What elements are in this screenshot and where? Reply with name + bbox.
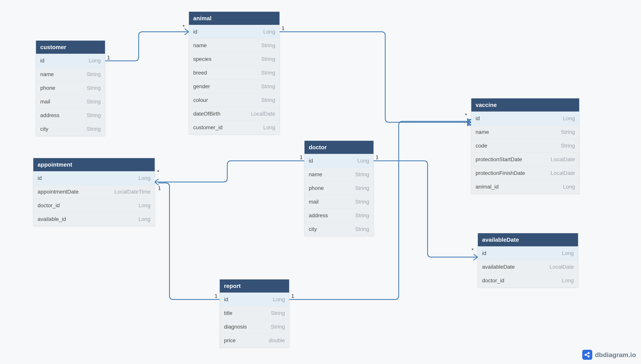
table-row[interactable]: cityString bbox=[36, 122, 105, 136]
table-row[interactable]: phoneString bbox=[36, 81, 105, 95]
card-many: * bbox=[472, 247, 474, 253]
table-header: report bbox=[220, 280, 289, 292]
table-row[interactable]: idLong bbox=[189, 25, 280, 38]
table-row[interactable]: speciesString bbox=[189, 52, 280, 66]
table-row[interactable]: nameString bbox=[304, 168, 374, 181]
table-row[interactable]: customer_idLong bbox=[189, 120, 280, 134]
card-one: 1 bbox=[376, 154, 379, 160]
share-icon bbox=[582, 350, 592, 360]
table-row[interactable]: phoneString bbox=[304, 181, 374, 195]
table-header: appointment bbox=[33, 158, 155, 171]
card-one: 1 bbox=[158, 185, 161, 191]
table-row[interactable]: colourString bbox=[189, 93, 280, 107]
card-many: * bbox=[465, 112, 467, 118]
table-row[interactable]: diagnosisString bbox=[220, 320, 289, 334]
table-row[interactable]: addressString bbox=[36, 108, 105, 122]
table-row[interactable]: mailString bbox=[36, 95, 105, 108]
table-row[interactable]: breedString bbox=[189, 66, 280, 80]
table-header: availableDate bbox=[478, 233, 578, 246]
table-row[interactable]: animal_idLong bbox=[471, 180, 579, 194]
table-row[interactable]: genderString bbox=[189, 80, 280, 93]
card-one: 1 bbox=[214, 293, 218, 299]
table-row[interactable]: mailString bbox=[304, 195, 374, 208]
card-one: 1 bbox=[282, 25, 285, 31]
table-availabledate[interactable]: availableDate idLong availableDateLocalD… bbox=[478, 233, 578, 288]
table-header: animal bbox=[189, 12, 280, 25]
table-report[interactable]: report idLong titleString diagnosisStrin… bbox=[220, 279, 289, 348]
table-row[interactable]: titleString bbox=[220, 306, 289, 320]
table-row[interactable]: idLong bbox=[478, 246, 578, 260]
card-many: * bbox=[182, 24, 185, 30]
watermark-label: dbdiagram.io bbox=[595, 351, 636, 358]
svg-line-3 bbox=[586, 354, 588, 354]
table-row[interactable]: nameString bbox=[471, 125, 579, 139]
table-row[interactable]: idLong bbox=[220, 292, 289, 306]
table-row[interactable]: availableDateLocalDate bbox=[478, 260, 578, 274]
table-header: doctor bbox=[304, 141, 374, 154]
table-row[interactable]: idLong bbox=[33, 171, 155, 185]
table-row[interactable]: available_idLong bbox=[33, 212, 155, 226]
card-one: 1 bbox=[291, 293, 294, 299]
table-row[interactable]: codeString bbox=[471, 139, 579, 152]
watermark[interactable]: dbdiagram.io bbox=[582, 350, 636, 360]
table-row[interactable]: doctor_idLong bbox=[478, 274, 578, 287]
table-appointment[interactable]: appointment idLong appointmentDateLocalD… bbox=[33, 158, 155, 226]
svg-line-4 bbox=[586, 355, 588, 356]
table-header: customer bbox=[36, 41, 105, 54]
table-row[interactable]: nameString bbox=[189, 38, 280, 52]
table-row[interactable]: appointmentDateLocalDateTime bbox=[33, 185, 155, 198]
table-row[interactable]: dateOfBirthLocalDate bbox=[189, 107, 280, 120]
table-row[interactable]: protectionFinishDateLocalDate bbox=[471, 166, 579, 180]
table-row[interactable]: idLong bbox=[471, 112, 579, 125]
card-one: 1 bbox=[300, 154, 303, 160]
table-row[interactable]: protectionStartDateLocalDate bbox=[471, 152, 579, 166]
card-one: 1 bbox=[107, 54, 110, 60]
table-row[interactable]: addressString bbox=[304, 208, 374, 222]
table-row[interactable]: doctor_idLong bbox=[33, 198, 155, 212]
table-row[interactable]: nameString bbox=[36, 68, 105, 81]
table-customer[interactable]: customer idLong nameString phoneString m… bbox=[36, 40, 105, 136]
table-row[interactable]: idLong bbox=[36, 54, 105, 68]
table-header: vaccine bbox=[471, 98, 579, 112]
card-many: * bbox=[157, 169, 159, 175]
diagram-canvas[interactable]: 1 * 1 * 1 * 1 * 1 1 1 customer idLong na… bbox=[0, 0, 641, 364]
table-doctor[interactable]: doctor idLong nameString phoneString mai… bbox=[304, 140, 374, 236]
table-animal[interactable]: animal idLong nameString speciesString b… bbox=[189, 12, 280, 134]
table-row[interactable]: idLong bbox=[304, 154, 374, 168]
table-row[interactable]: cityString bbox=[304, 222, 374, 236]
table-vaccine[interactable]: vaccine idLong nameString codeString pro… bbox=[471, 98, 579, 194]
table-row[interactable]: pricedouble bbox=[220, 334, 289, 347]
